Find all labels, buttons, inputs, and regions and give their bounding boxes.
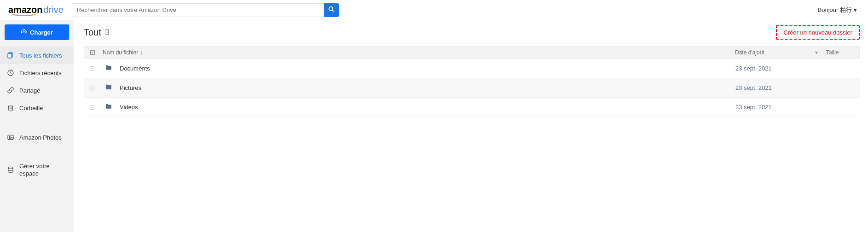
sidebar-item-label: Tous les fichiers <box>19 52 62 59</box>
upload-label: Charger <box>30 29 53 36</box>
svg-rect-12 <box>90 86 94 90</box>
svg-point-8 <box>9 136 11 138</box>
row-checkbox[interactable] <box>84 85 100 91</box>
row-name: Documents <box>120 65 150 72</box>
checkbox-icon <box>89 49 96 56</box>
row-date: 23 sept. 2021 <box>735 104 772 111</box>
sidebar-item-trash[interactable]: Corbeille <box>0 99 74 117</box>
svg-rect-10 <box>90 50 94 54</box>
sort-indicator-icon: ▾ <box>815 49 818 56</box>
clock-icon <box>6 69 15 77</box>
user-menu[interactable]: Bonjour 柏行 ▾ <box>818 6 863 14</box>
table-row[interactable]: Documents 23 sept. 2021 <box>84 59 860 78</box>
sidebar-item-shared[interactable]: Partagé <box>0 82 74 99</box>
page-title: Tout <box>84 27 101 38</box>
files-icon <box>6 51 15 59</box>
search-button[interactable] <box>324 3 339 17</box>
select-all-checkbox[interactable] <box>84 49 101 56</box>
sidebar-item-storage[interactable]: Gérer votre espace <box>0 158 74 182</box>
row-date: 23 sept. 2021 <box>735 84 772 91</box>
sidebar-item-label: Partagé <box>19 87 41 94</box>
row-date: 23 sept. 2021 <box>735 65 772 72</box>
logo-amazon-text: amazon <box>8 5 42 15</box>
svg-point-0 <box>329 7 333 11</box>
svg-line-1 <box>332 10 334 12</box>
sidebar-item-label: Corbeille <box>19 105 43 112</box>
table-row[interactable]: Videos 23 sept. 2021 <box>84 98 860 117</box>
item-count: 3 <box>105 28 110 37</box>
search-input[interactable] <box>72 3 324 17</box>
checkbox-icon <box>89 104 95 111</box>
logo-drive-text: drive <box>43 5 63 15</box>
sidebar-item-all-files[interactable]: Tous les fichiers <box>0 47 74 64</box>
row-checkbox[interactable] <box>84 104 100 111</box>
svg-rect-3 <box>8 53 12 58</box>
create-folder-button[interactable]: Créer un nouveau dossier <box>776 25 860 40</box>
svg-rect-11 <box>90 66 94 70</box>
column-header-date[interactable]: Date d'ajout ▾ <box>735 49 822 56</box>
sidebar-item-recent[interactable]: Fichiers récents <box>0 64 74 82</box>
sidebar-item-label: Amazon Photos <box>19 134 62 141</box>
column-header-name[interactable]: Nom du fichier ↓ <box>101 49 735 56</box>
table-row[interactable]: Pictures 23 sept. 2021 <box>84 78 860 98</box>
title-row: Tout 3 Créer un nouveau dossier <box>84 25 860 40</box>
sidebar-item-label: Fichiers récents <box>19 70 62 76</box>
share-icon <box>6 86 15 94</box>
table-header: Nom du fichier ↓ Date d'ajout ▾ Taille <box>84 46 860 59</box>
sidebar-item-photos[interactable]: Amazon Photos <box>0 129 74 146</box>
sidebar-item-label: Gérer votre espace <box>19 163 67 178</box>
row-checkbox[interactable] <box>84 65 100 72</box>
checkbox-icon <box>89 65 95 72</box>
column-header-size[interactable]: Taille <box>822 49 859 56</box>
upload-button[interactable]: Charger <box>5 24 69 40</box>
sidebar: Charger Tous les fichiers Fichiers récen… <box>0 20 74 232</box>
trash-icon <box>6 104 15 112</box>
main-content: Tout 3 Créer un nouveau dossier Nom du f… <box>74 20 868 232</box>
column-label: Nom du fichier <box>103 49 138 56</box>
greeting-text: Bonjour 柏行 <box>818 6 852 14</box>
storage-icon <box>6 166 15 174</box>
caret-down-icon: ▾ <box>854 6 857 13</box>
row-name: Videos <box>120 104 138 111</box>
search-bar <box>72 3 339 17</box>
folder-icon <box>102 103 118 112</box>
svg-point-9 <box>8 167 13 169</box>
logo[interactable]: amazon drive <box>5 3 67 17</box>
photos-icon <box>6 133 15 141</box>
upload-icon <box>21 29 27 36</box>
row-name: Pictures <box>120 84 141 91</box>
folder-icon <box>102 83 118 92</box>
sort-down-icon: ↓ <box>140 49 143 56</box>
folder-icon <box>102 64 118 73</box>
search-icon <box>328 6 335 14</box>
header: amazon drive Bonjour 柏行 ▾ <box>0 0 868 20</box>
svg-rect-13 <box>90 105 94 109</box>
column-label: Date d'ajout <box>735 49 764 56</box>
checkbox-icon <box>89 85 95 91</box>
column-label: Taille <box>826 49 839 56</box>
